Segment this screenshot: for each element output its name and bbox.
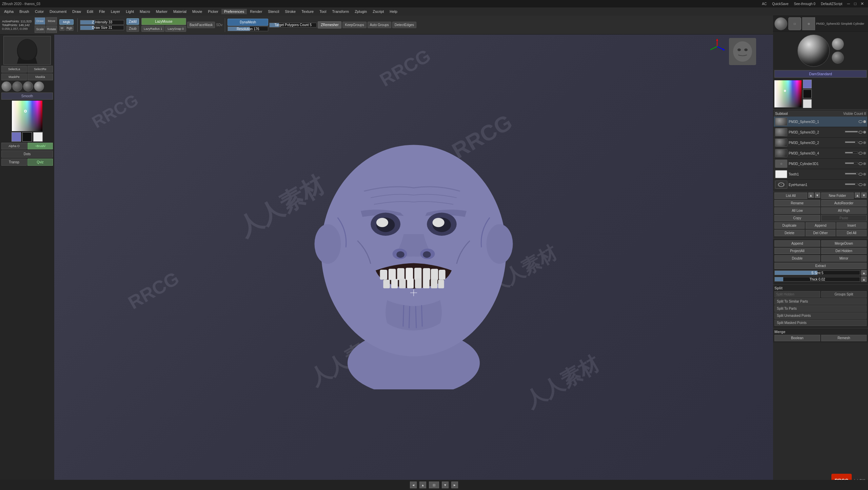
menu-texture[interactable]: Texture	[299, 9, 316, 14]
extract-btn[interactable]: Extract	[774, 263, 867, 269]
m-btn[interactable]: M	[59, 25, 65, 31]
append-btn[interactable]: Append	[806, 222, 836, 229]
delete-btn[interactable]: Delete	[774, 230, 805, 236]
subtool-item-1[interactable]: PM3D_Sphere3D_1	[774, 117, 867, 127]
subtool-eye-7[interactable]	[859, 183, 863, 186]
project-all-btn[interactable]: ProjectAll	[774, 248, 820, 254]
subtool-vis-slider-5[interactable]	[845, 162, 858, 164]
menu-light[interactable]: Light	[123, 9, 137, 14]
subtool-vis-slider-6[interactable]	[845, 173, 858, 175]
large-material-sphere[interactable]	[797, 35, 830, 67]
subtool-lock-1[interactable]	[863, 120, 866, 123]
double-btn[interactable]: Double	[774, 255, 820, 262]
draw-btn[interactable]: Draw	[35, 17, 45, 25]
scale-btn[interactable]: Scale	[35, 25, 45, 33]
mrgb-btn[interactable]: Mrgb	[59, 19, 74, 25]
subtool-lock-4[interactable]	[863, 152, 866, 155]
subtool-item-3[interactable]: PM3D_Sphere3D_2	[774, 138, 867, 148]
list-arrow-2[interactable]: ▼	[815, 192, 820, 198]
rgb-btn[interactable]: Rgb	[65, 25, 74, 31]
split-similar-parts-btn[interactable]: Split To Similar Parts	[774, 298, 867, 305]
menu-render[interactable]: Render	[247, 9, 265, 14]
subtool-lock-2[interactable]	[863, 131, 866, 134]
merge-down-btn[interactable]: MergeDown	[821, 240, 867, 247]
duplicate-btn[interactable]: Duplicate	[774, 222, 805, 229]
menu-draw[interactable]: Draw	[70, 9, 84, 14]
viewport-minihead[interactable]	[729, 38, 756, 65]
dam-standard-label[interactable]: DamStandard	[774, 70, 867, 78]
folder-arrow-1[interactable]: ▲	[855, 192, 860, 198]
folder-arrow-2[interactable]: ▼	[861, 192, 867, 198]
menu-picker[interactable]: Picker	[205, 9, 221, 14]
viewport[interactable]: RRCG 人人素材 RRCG 人人素材 RRCG 人人素材 RRCG 人人素材	[54, 35, 773, 480]
subtool-eye-4[interactable]	[859, 152, 863, 155]
color-picker[interactable]	[12, 101, 42, 131]
thick-slider[interactable]: Thick 0.02	[774, 277, 860, 282]
model-thumbnail[interactable]	[3, 36, 51, 65]
subtool-lock-7[interactable]	[863, 183, 866, 186]
menu-stencil[interactable]: Stencil	[265, 9, 282, 14]
color-swatch-black[interactable]	[803, 89, 812, 98]
subtool-lock-6[interactable]	[863, 173, 866, 176]
subtool-item-4[interactable]: PM3D_Sphere3D_4	[774, 148, 867, 159]
detect-edges-btn[interactable]: DetectEdges	[392, 22, 416, 28]
keep-groups-btn[interactable]: KeepGroups	[342, 22, 366, 28]
quicksave-btn[interactable]: QuickSave	[769, 2, 791, 6]
menu-tool[interactable]: Tool	[317, 9, 329, 14]
select-lasso-btn[interactable]: SelectLa	[1, 66, 27, 73]
subtool-eye-5[interactable]	[859, 162, 863, 165]
z-remesher-btn[interactable]: ZRemesher	[318, 21, 341, 28]
menu-brush[interactable]: Brush	[17, 9, 32, 14]
subtool-header[interactable]: Subtool Visible Count 8	[774, 110, 867, 117]
ssmt-arrow[interactable]: ▲	[861, 270, 867, 275]
menu-alpha[interactable]: Alpha	[1, 9, 16, 14]
script-btn[interactable]: DefaultZScript	[818, 2, 845, 6]
see-through-btn[interactable]: See-through 0	[791, 2, 818, 6]
mat-sphere-4[interactable]	[34, 81, 44, 91]
del-all-btn[interactable]: Del All	[836, 230, 867, 236]
resolution-slider[interactable]: Resolution 176	[228, 26, 268, 31]
color-swatch-main[interactable]	[803, 80, 812, 88]
subtool-vis-slider-2[interactable]	[845, 131, 858, 132]
menu-material[interactable]: Material	[171, 9, 189, 14]
menu-layer[interactable]: Layer	[108, 9, 123, 14]
bottom-nav-down[interactable]: ▼	[442, 482, 449, 488]
color-swatch-primary[interactable]	[12, 132, 21, 142]
quiz-btn[interactable]: Qviz	[27, 159, 53, 166]
bottom-nav-left[interactable]: ◄	[410, 482, 417, 488]
subtool-vis-slider-4[interactable]	[845, 152, 858, 154]
thick-arrow[interactable]: ▲	[861, 277, 867, 282]
copy-btn[interactable]: Copy	[774, 215, 820, 221]
menu-edit[interactable]: Edit	[84, 9, 96, 14]
insert-btn[interactable]: Insert	[836, 222, 867, 229]
menu-file[interactable]: File	[96, 9, 108, 14]
dots-btn[interactable]: Dots	[1, 150, 53, 158]
alpha-o-btn[interactable]: Alpha O	[1, 143, 27, 149]
nav-gizmo[interactable]	[709, 38, 726, 55]
color-swatch-white2[interactable]	[803, 99, 812, 108]
smooth-btn[interactable]: Smooth	[1, 93, 53, 100]
subtool-eye-2[interactable]	[859, 131, 863, 134]
all-high-btn[interactable]: AlI High	[821, 207, 867, 214]
window-minimize[interactable]: ─	[845, 1, 852, 6]
mask-lasso-btn[interactable]: Maskla	[27, 74, 53, 80]
split-unmasked-btn[interactable]: Split Unmasked Points	[774, 312, 867, 319]
menu-transform[interactable]: Transform	[329, 9, 352, 14]
rename-btn[interactable]: Rename	[774, 200, 820, 206]
move-btn[interactable]: Move	[46, 17, 57, 25]
ac-btn[interactable]: AC	[759, 2, 769, 6]
color-swatch-white[interactable]	[33, 132, 43, 142]
select-rect-btn[interactable]: SelectRe	[27, 66, 53, 73]
subtool-vis-slider-7[interactable]	[845, 183, 858, 185]
menu-zscript[interactable]: Zscript	[370, 9, 387, 14]
menu-stroke[interactable]: Stroke	[282, 9, 298, 14]
auto-reorder-btn[interactable]: AutoReorder	[821, 200, 867, 206]
split-hidden-btn[interactable]: Split Hidden	[774, 291, 820, 298]
lazy-mouse-btn[interactable]: LazyMouse	[141, 18, 186, 25]
menu-movie[interactable]: Movie	[190, 9, 205, 14]
ssmt-slider[interactable]: S Smt 5	[774, 270, 860, 275]
menu-help[interactable]: Help	[387, 9, 400, 14]
dyna-mesh-btn[interactable]: DynaMesh	[228, 19, 268, 26]
draw-size-slider[interactable]: Draw Size 31	[80, 25, 124, 30]
remesh-btn[interactable]: Remesh	[821, 335, 867, 341]
